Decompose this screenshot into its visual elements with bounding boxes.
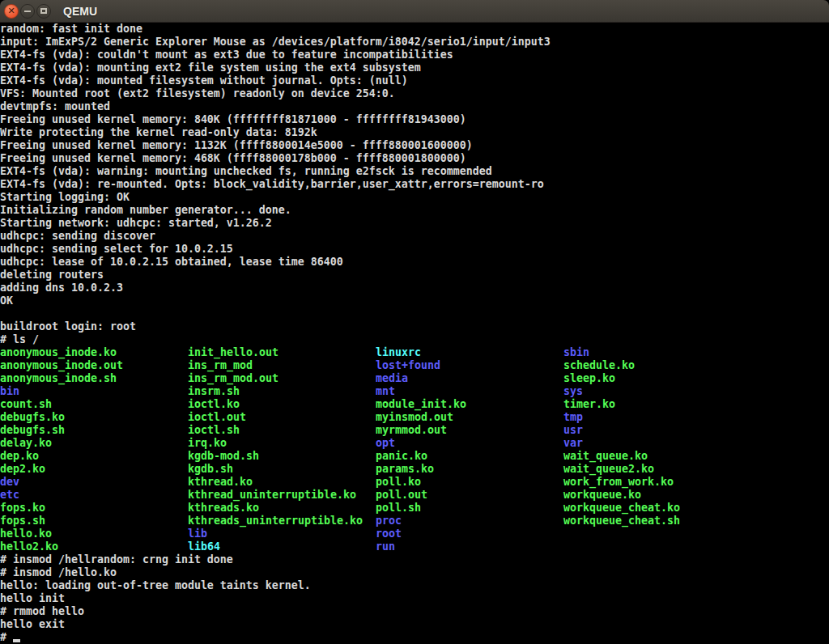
ls-output-row: hello2.kolib64run (0, 540, 829, 553)
ls-output-row: anonymous_inode.koinit_hello.outlinuxrcs… (0, 346, 829, 359)
terminal-line: # insmod /hello.ko (0, 566, 829, 579)
file-entry: linuxrc (376, 346, 563, 359)
terminal-line: random: fast init done (0, 23, 829, 36)
ls-output-row: count.shioctl.komodule_init.kotimer.ko (0, 398, 829, 411)
terminal-text: # (0, 631, 13, 643)
file-entry: work_from_work.ko (563, 476, 751, 489)
terminal-line: EXT4-fs (vda): couldn't mount as ext3 du… (0, 49, 829, 61)
terminal-line: Starting logging: OK (0, 191, 829, 204)
file-entry: hello.ko (0, 527, 188, 540)
window-title: QEMU (63, 5, 97, 18)
minimize-button[interactable] (20, 4, 35, 19)
terminal-text: EXT4-fs (vda): mounting ext2 file system… (0, 61, 421, 74)
file-entry: myinsmod.out (376, 411, 563, 424)
qemu-window: ✕ QEMU random: fast init doneinput: ImEx… (0, 0, 829, 644)
ls-output-row: devkthread.kopoll.kowork_from_work.ko (0, 476, 829, 489)
file-entry: wait_queue.ko (563, 450, 751, 463)
terminal-line: input: ImExPS/2 Generic Explorer Mouse a… (0, 36, 829, 49)
file-entry: anonymous_inode.sh (0, 372, 188, 385)
ls-output-row: debugfs.shioctl.shmyrmmod.outusr (0, 424, 829, 437)
file-entry: var (563, 437, 751, 450)
terminal-text: udhcpc: lease of 10.0.2.15 obtained, lea… (0, 256, 343, 268)
terminal-text: hello: loading out-of-tree module taints… (0, 579, 311, 591)
file-entry: run (376, 540, 563, 553)
terminal-text: udhcpc: sending discover (0, 230, 155, 242)
terminal-text: Starting network: udhcpc: started, v1.26… (0, 217, 272, 229)
terminal-text: EXT4-fs (vda): re-mounted. Opts: block_v… (0, 178, 544, 190)
terminal-screen[interactable]: random: fast init doneinput: ImExPS/2 Ge… (0, 23, 829, 644)
file-entry: panic.ko (376, 450, 563, 463)
terminal-line: hello: loading out-of-tree module taints… (0, 579, 829, 592)
file-entry: workqueue.ko (563, 489, 751, 502)
terminal-text: # rmmod hello (0, 605, 84, 617)
file-entry: irq.ko (188, 437, 376, 450)
file-entry: opt (376, 437, 563, 450)
terminal-text: input: ImExPS/2 Generic Explorer Mouse a… (0, 36, 551, 48)
terminal-cursor (13, 639, 20, 642)
terminal-text: # insmod /hellrandom: crng init done (0, 553, 233, 566)
file-entry: count.sh (0, 398, 188, 411)
terminal-line: hello exit (0, 618, 829, 631)
maximize-icon (40, 8, 47, 14)
terminal-text: OK (0, 294, 13, 307)
ls-output-row: fops.shkthreads_uninterruptible.koprocwo… (0, 515, 829, 527)
file-entry: sys (563, 385, 751, 398)
file-entry: kthread.ko (188, 476, 376, 489)
ls-output-row: anonymous_inode.shins_rm_mod.outmediasle… (0, 372, 829, 385)
file-entry: ins_rm_mod.out (188, 372, 376, 385)
ls-output-row: dep.kokgdb-mod.shpanic.kowait_queue.ko (0, 450, 829, 463)
terminal-text: adding dns 10.0.2.3 (0, 282, 123, 294)
terminal-line: Initializing random number generator... … (0, 204, 829, 217)
window-controls: ✕ (4, 4, 51, 19)
terminal-text: Freeing unused kernel memory: 1132K (fff… (0, 139, 473, 151)
terminal-text: EXT4-fs (vda): mounted filesystem withou… (0, 74, 408, 87)
terminal-line: adding dns 10.0.2.3 (0, 282, 829, 294)
maximize-button[interactable] (36, 4, 51, 19)
terminal-line: VFS: Mounted root (ext2 filesystem) read… (0, 87, 829, 100)
terminal-line: # (0, 631, 829, 644)
file-entry: ioctl.sh (188, 424, 376, 437)
terminal-line: Starting network: udhcpc: started, v1.26… (0, 217, 829, 230)
terminal-line: udhcpc: sending select for 10.0.2.15 (0, 243, 829, 256)
ls-output-row: fops.kokthreads.kopoll.shworkqueue_cheat… (0, 502, 829, 515)
terminal-text: hello init (0, 592, 65, 604)
file-entry: delay.ko (0, 437, 188, 450)
file-entry: debugfs.ko (0, 411, 188, 424)
terminal-text: random: fast init done (0, 23, 142, 35)
terminal-text: VFS: Mounted root (ext2 filesystem) read… (0, 87, 395, 100)
file-entry: lib64 (188, 540, 376, 553)
ls-output-row: debugfs.koioctl.outmyinsmod.outtmp (0, 411, 829, 424)
file-entry: poll.sh (376, 502, 563, 515)
terminal-text: Freeing unused kernel memory: 468K (ffff… (0, 152, 466, 164)
file-entry: kthreads_uninterruptible.ko (188, 515, 376, 527)
file-entry: dep.ko (0, 450, 188, 463)
file-entry: sleep.ko (563, 372, 751, 385)
file-entry: debugfs.sh (0, 424, 188, 437)
file-entry: bin (0, 385, 188, 398)
terminal-line: udhcpc: lease of 10.0.2.15 obtained, lea… (0, 256, 829, 269)
file-entry: poll.ko (376, 476, 563, 489)
terminal-text: # ls / (0, 333, 39, 345)
terminal-line: deleting routers (0, 269, 829, 282)
file-entry: dev (0, 476, 188, 489)
close-icon: ✕ (7, 6, 15, 15)
terminal-text: EXT4-fs (vda): warning: mounting uncheck… (0, 165, 492, 177)
file-entry: lost+found (376, 359, 563, 372)
terminal-line: Freeing unused kernel memory: 1132K (fff… (0, 139, 829, 152)
file-entry: usr (563, 424, 751, 437)
titlebar[interactable]: ✕ QEMU (0, 0, 829, 23)
file-entry: proc (376, 515, 563, 527)
file-entry: media (376, 372, 563, 385)
file-entry: root (376, 527, 563, 540)
terminal-text: hello exit (0, 618, 65, 630)
terminal-line: # insmod /hellrandom: crng init done (0, 553, 829, 566)
ls-output-row: bininsrm.shmntsys (0, 385, 829, 398)
file-entry: kthread_uninterruptible.ko (188, 489, 376, 502)
terminal-text: Starting logging: OK (0, 191, 130, 203)
close-button[interactable]: ✕ (4, 4, 19, 19)
terminal-text: Freeing unused kernel memory: 840K (ffff… (0, 113, 466, 125)
terminal-line: OK (0, 294, 829, 307)
terminal-line: # ls / (0, 333, 829, 346)
terminal-text: udhcpc: sending select for 10.0.2.15 (0, 243, 233, 255)
file-entry: workqueue_cheat.sh (563, 515, 751, 527)
